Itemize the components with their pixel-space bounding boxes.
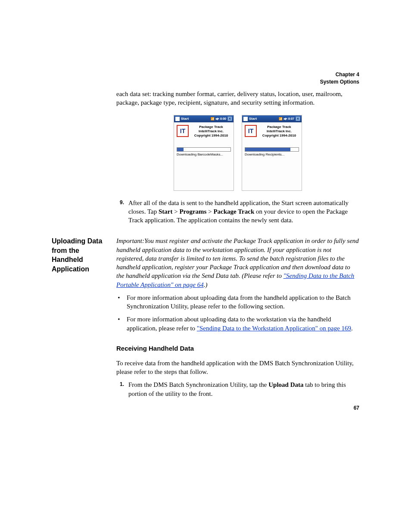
bullet-text: For more information about uploading dat… — [127, 315, 359, 333]
progress-fill — [177, 148, 184, 151]
app-name: Package Track — [259, 125, 299, 129]
subheading-receiving: Receiving Handheld Data — [116, 345, 359, 352]
bullet-item: • For more information about uploading d… — [116, 293, 359, 311]
download-status: Downloading Recipients... — [242, 152, 302, 156]
close-icon: X — [227, 116, 232, 121]
app-info: Package Track IntelliTrack Inc. Copyrigh… — [259, 125, 299, 138]
start-flag-icon — [243, 117, 248, 121]
progress-bar — [245, 147, 299, 152]
side-heading-uploading: Uploading Data from the Handheld Applica… — [52, 236, 108, 402]
step-text: From the DMS Batch Synchronization Utili… — [128, 380, 359, 398]
bullet-item: • For more information about uploading d… — [116, 315, 359, 333]
receiving-intro: To receive data from the handheld applic… — [116, 359, 359, 376]
it-logo-icon: IT — [245, 125, 257, 137]
titlebar-title: Start — [181, 117, 189, 121]
intro-continuation: each data set: tracking number format, c… — [116, 90, 359, 107]
bold-programs: Programs — [179, 208, 206, 215]
device-titlebar: Start 📶 ◀× 8:07 X — [242, 115, 302, 122]
content-column: each data set: tracking number format, c… — [116, 90, 359, 224]
bullet-list: • For more information about uploading d… — [116, 293, 359, 333]
step-text: After all of the data is sent to the han… — [128, 199, 359, 225]
start-flag-icon — [175, 117, 180, 121]
chapter-label: Chapter 4 — [320, 71, 359, 78]
bullet-dot: • — [116, 293, 121, 311]
progress-fill — [245, 148, 290, 151]
it-logo-icon: IT — [177, 125, 189, 137]
titlebar-title: Start — [249, 117, 257, 121]
important-note: Important:You must register and activate… — [116, 236, 359, 289]
progress-bar — [177, 147, 231, 152]
device-screenshot-right: Start 📶 ◀× 8:07 X IT Package Track Intel… — [242, 115, 302, 191]
app-name: Package Track — [191, 125, 231, 129]
section-label: System Options — [320, 78, 359, 86]
step-9: 9. After all of the data is sent to the … — [116, 199, 359, 225]
close-icon: X — [296, 116, 300, 121]
bold-package-track: Package Track — [213, 208, 254, 215]
step-1: 1. From the DMS Batch Synchronization Ut… — [116, 380, 359, 398]
running-header: Chapter 4 System Options — [320, 71, 359, 86]
app-info: Package Track IntelliTrack Inc. Copyrigh… — [191, 125, 231, 138]
link-sending-workstation[interactable]: "Sending Data to the Workstation Applica… — [197, 325, 351, 332]
download-status: Downloading BarcodeMasks... — [174, 152, 234, 156]
copyright: Copyright 1994-2010 — [191, 134, 231, 138]
step-number: 9. — [116, 199, 124, 225]
device-screenshot-left: Start 📶 ◀× 8:00 X IT Package Track Intel… — [174, 115, 234, 191]
copyright: Copyright 1994-2010 — [259, 134, 299, 138]
titlebar-indicators: 📶 ◀× 8:07 — [279, 117, 294, 121]
company-name: IntelliTrack Inc. — [191, 129, 231, 134]
device-titlebar: Start 📶 ◀× 8:00 X — [174, 115, 234, 122]
page-number: 67 — [354, 405, 359, 411]
bullet-text: For more information about uploading dat… — [127, 293, 359, 311]
titlebar-indicators: 📶 ◀× 8:00 — [211, 117, 226, 121]
step-number: 1. — [116, 380, 124, 398]
page: Chapter 4 System Options each data set: … — [0, 0, 411, 454]
company-name: IntelliTrack Inc. — [259, 129, 299, 134]
bold-upload-data: Upload Data — [268, 381, 303, 388]
bullet-dot: • — [116, 315, 121, 333]
screenshot-row: Start 📶 ◀× 8:00 X IT Package Track Intel… — [116, 115, 359, 191]
section-uploading: Uploading Data from the Handheld Applica… — [52, 236, 359, 402]
bold-start: Start — [159, 208, 173, 215]
